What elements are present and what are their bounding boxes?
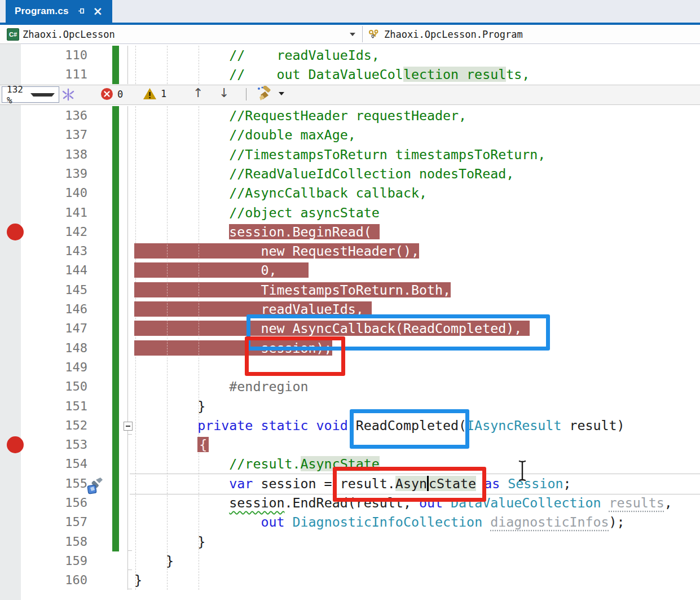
error-icon (100, 87, 113, 100)
line-number: 136 (21, 106, 87, 125)
code-line-160[interactable]: } (134, 571, 142, 590)
indent-guide (199, 242, 199, 358)
code-line-145[interactable]: TimestampsToReturn.Both, (134, 281, 451, 300)
line-number: 141 (21, 203, 87, 222)
breakpoint-line-142[interactable] (7, 224, 24, 240)
code-line-136[interactable]: //RequestHeader requestHeader, (134, 106, 466, 125)
sparkle-icon[interactable] (61, 87, 76, 102)
line-number: 158 (21, 532, 87, 551)
project-dropdown[interactable]: C# Zhaoxi.OpcLesson (0, 25, 362, 43)
line-number: 111 (21, 65, 87, 84)
line-number: 146 (21, 300, 87, 319)
collapse-region-toggle[interactable] (124, 422, 133, 431)
warning-count: 1 (161, 88, 166, 99)
breakpoint-line-153[interactable] (7, 436, 24, 453)
error-count: 0 (117, 89, 123, 100)
code-line-110[interactable]: // readValueIds, (134, 46, 380, 65)
breakpoint-margin[interactable] (0, 104, 21, 600)
member-dropdown-label: Zhaoxi.OpcLesson.Program (384, 29, 523, 40)
member-dropdown[interactable]: Zhaoxi.OpcLesson.Program (363, 25, 700, 43)
tab-program-cs[interactable]: Program.cs × (6, 0, 112, 23)
code-line-139[interactable]: //ReadValueIdCollection nodesToRead, (134, 164, 514, 183)
outline-scope-tick (127, 434, 132, 435)
close-icon[interactable]: × (93, 7, 103, 16)
line-number: 156 (21, 493, 87, 513)
annotation-box-asyncstate (333, 467, 486, 502)
chevron-down-icon (30, 93, 55, 97)
code-line-159[interactable]: } (134, 551, 174, 571)
line-number: 147 (21, 319, 87, 338)
quick-actions-screwdriver-icon[interactable] (83, 475, 105, 497)
line-number: 154 (21, 454, 87, 474)
warning-indicator[interactable]: 1 (143, 87, 166, 100)
code-line-143[interactable]: new RequestHeader(), (134, 242, 419, 261)
outline-guide-line (127, 46, 128, 84)
arrow-up-icon[interactable]: ↑ (193, 86, 203, 100)
pin-icon[interactable] (77, 7, 86, 16)
line-number: 137 (21, 125, 87, 144)
zoom-level-value: 132 % (7, 84, 26, 106)
toolbar-divider (246, 88, 246, 100)
line-number: 151 (21, 397, 87, 416)
code-cleanup-broom-icon[interactable] (255, 86, 273, 103)
line-number: 145 (21, 281, 87, 300)
outline-scope-tick (127, 570, 132, 570)
code-line-157[interactable]: out DiagnosticInfoCollection diagnosticI… (134, 513, 625, 532)
line-number: 110 (21, 46, 87, 65)
annotation-box-readcompleted (350, 409, 469, 449)
code-line-153[interactable]: { (134, 435, 209, 454)
line-number: 143 (21, 242, 87, 261)
change-tracking-bar (112, 106, 119, 551)
line-number: 155 (21, 474, 87, 493)
line-number: 160 (21, 571, 87, 590)
chevron-down-icon[interactable] (279, 92, 284, 95)
line-number: 138 (21, 145, 87, 164)
outline-guide-line (127, 106, 128, 590)
line-number: 150 (21, 377, 87, 396)
mouse-cursor-ibeam (517, 459, 528, 482)
breakpoint-margin-top[interactable] (0, 43, 21, 85)
zoom-select[interactable]: 132 % (2, 86, 59, 103)
error-indicator[interactable]: 0 (100, 87, 123, 100)
code-line-111[interactable]: // out DataValueCollection results, (134, 65, 530, 84)
annotation-box-session-arg (245, 336, 345, 376)
line-number: 153 (21, 435, 87, 454)
line-number: 157 (21, 513, 87, 532)
project-dropdown-label: Zhaoxi.OpcLesson (23, 29, 115, 40)
line-number: 139 (21, 164, 87, 183)
code-line-141[interactable]: //object asyncState (134, 203, 380, 222)
warning-icon (143, 87, 157, 100)
line-number: 140 (21, 183, 87, 203)
indent-guide (167, 242, 168, 358)
code-line-142[interactable]: session.BeginRead( (134, 222, 380, 242)
code-line-144[interactable]: 0, (134, 261, 309, 280)
code-line-151[interactable]: } (134, 397, 205, 416)
line-number: 142 (21, 222, 87, 242)
code-line-158[interactable]: } (134, 532, 205, 551)
line-number: 159 (21, 551, 87, 571)
change-tracking-bar (112, 46, 119, 84)
arrow-down-icon[interactable]: ↓ (219, 86, 229, 100)
outline-scope-tick (127, 589, 132, 589)
line-number: 148 (21, 339, 87, 358)
tab-title: Program.cs (15, 6, 69, 17)
outline-scope-tick (127, 550, 132, 551)
line-number: 149 (21, 358, 87, 377)
code-line-138[interactable]: //TimestampsToReturn timestampsToReturn, (134, 145, 545, 164)
csharp-project-icon: C# (7, 28, 19, 41)
class-icon (367, 28, 381, 41)
code-line-150[interactable]: #endregion (134, 377, 309, 396)
code-line-140[interactable]: //AsyncCallback callback, (134, 183, 427, 203)
line-number: 144 (21, 261, 87, 280)
chevron-down-icon[interactable] (350, 33, 355, 36)
line-number: 152 (21, 416, 87, 435)
code-line-137[interactable]: //double maxAge, (134, 125, 356, 144)
